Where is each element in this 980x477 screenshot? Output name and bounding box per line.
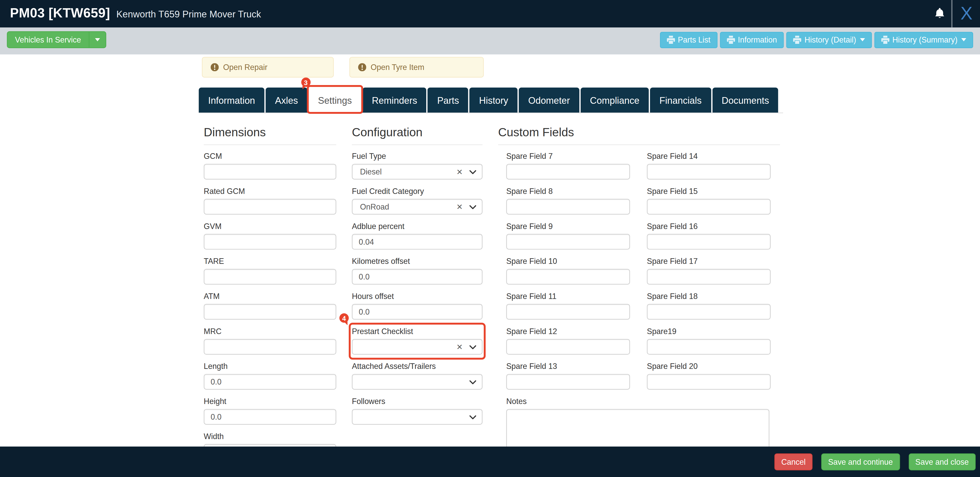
section-configuration: Configuration Fuel TypeDiesel×Fuel Credi… [352,125,482,467]
field-spare-field-16: Spare Field 16 [647,222,771,249]
field-label: Height [204,397,336,407]
vehicle-status-button[interactable]: Vehicles In Service [7,31,106,48]
field-spare-field-14: Spare Field 14 [647,152,771,179]
input-gcm[interactable] [204,164,336,180]
field-label: Attached Assets/Trailers [352,362,482,372]
tab-information[interactable]: Information [199,88,264,113]
alert-text: Open Repair [223,63,267,72]
field-label: GCM [204,152,336,161]
input-spare-field-11[interactable] [506,304,630,319]
printer-icon [727,36,735,44]
tab-axles[interactable]: Axles [266,88,307,113]
tab-documents[interactable]: Documents [712,88,778,113]
field-fuel-type: Fuel TypeDiesel× [352,152,482,179]
field-label: Width [204,432,336,442]
input-spare-field-20[interactable] [647,374,771,390]
input-height[interactable] [204,409,336,425]
field-tare: TARE [204,257,336,284]
input-tare[interactable] [204,269,336,285]
input-gvm[interactable] [204,234,336,249]
field-fuel-credit-category: Fuel Credit CategoryOnRoad× [352,187,482,214]
field-spare19: Spare19 [647,327,771,354]
input-spare-field-10[interactable] [506,269,630,285]
field-label: Hours offset [352,292,482,302]
print-button-label: Parts List [678,35,710,44]
tab-label: Documents [722,95,769,105]
select-prestart-checklist[interactable]: × [352,339,482,354]
select-icons: × [457,342,476,352]
tab-label: Compliance [590,95,639,105]
field-label: Fuel Credit Category [352,187,482,196]
input-spare-field-9[interactable] [506,234,630,249]
button-label: Cancel [781,458,806,466]
select-icons [469,412,476,421]
input-spare-field-7[interactable] [506,164,630,180]
field-atm: ATM [204,292,336,319]
clear-icon[interactable]: × [457,202,463,212]
print-button-information[interactable]: Information [720,32,784,48]
tab-history[interactable]: History [470,88,518,113]
tab-settings[interactable]: Settings3 [309,88,361,113]
cancel-button[interactable]: Cancel [775,453,813,471]
app-logo[interactable]: X [960,3,972,24]
input-adblue-percent[interactable] [352,234,482,249]
clear-icon[interactable]: × [457,167,463,177]
tab-financials[interactable]: Financials [650,88,711,113]
tab-label: Reminders [372,95,417,105]
print-button-history-summary[interactable]: History (Summary) [874,32,973,48]
input-spare-field-18[interactable] [647,304,771,319]
vehicle-status-caret[interactable] [89,32,105,48]
page-title: PM03 [KTW659] [10,6,110,21]
field-label: ATM [204,292,336,302]
tab-label: Settings [318,95,352,105]
field-label: Spare Field 17 [647,257,771,266]
input-spare-field-14[interactable] [647,164,771,180]
input-spare-field-15[interactable] [647,199,771,214]
select-followers[interactable] [352,409,482,425]
clear-icon[interactable]: × [457,342,463,352]
tab-reminders[interactable]: Reminders [363,88,426,113]
input-spare-field-16[interactable] [647,234,771,249]
input-mrc[interactable] [204,339,336,354]
field-spare-field-10: Spare Field 10 [506,257,630,284]
input-spare-field-13[interactable] [506,374,630,390]
field-adblue-percent: Adblue percent [352,222,482,249]
input-rated-gcm[interactable] [204,199,336,214]
print-button-parts-list[interactable]: Parts List [660,32,718,48]
input-spare-field-8[interactable] [506,199,630,214]
tab-compliance[interactable]: Compliance [581,88,649,113]
input-spare-field-12[interactable] [506,339,630,354]
tab-odometer[interactable]: Odometer [519,88,579,113]
select-attached-assets-trailers[interactable] [352,374,482,390]
input-length[interactable] [204,374,336,390]
tab-label: Financials [659,95,702,105]
field-label: Spare Field 10 [506,257,630,266]
select-fuel-credit-category[interactable]: OnRoad× [352,199,482,214]
field-label: Spare Field 20 [647,362,771,372]
tab-parts[interactable]: Parts [428,88,468,113]
save-and-continue-button[interactable]: Save and continue [821,453,900,471]
input-kilometres-offset[interactable] [352,269,482,285]
input-atm[interactable] [204,304,336,319]
vehicle-status-label[interactable]: Vehicles In Service [8,32,88,48]
field-spare-field-15: Spare Field 15 [647,187,771,214]
field-label: Rated GCM [204,187,336,196]
annotation-badge: 3 [301,78,310,87]
notifications-bell-icon[interactable] [934,8,945,19]
input-spare-field-17[interactable] [647,269,771,285]
field-hours-offset: Hours offset [352,292,482,319]
button-label: Save and continue [828,458,893,466]
input-spare19[interactable] [647,339,771,354]
caret-down-icon [961,38,966,41]
select-fuel-type[interactable]: Diesel× [352,164,482,180]
field-spare-field-9: Spare Field 9 [506,222,630,249]
caret-down-icon [95,38,100,41]
field-label: Followers [352,397,482,407]
field-label: Spare Field 12 [506,327,630,337]
section-rule [352,145,482,145]
field-label: Spare Field 7 [506,152,630,161]
print-button-history-detail[interactable]: History (Detail) [786,32,872,48]
save-and-close-button[interactable]: Save and close [908,453,976,471]
input-hours-offset[interactable] [352,304,482,319]
field-label: Length [204,362,336,372]
